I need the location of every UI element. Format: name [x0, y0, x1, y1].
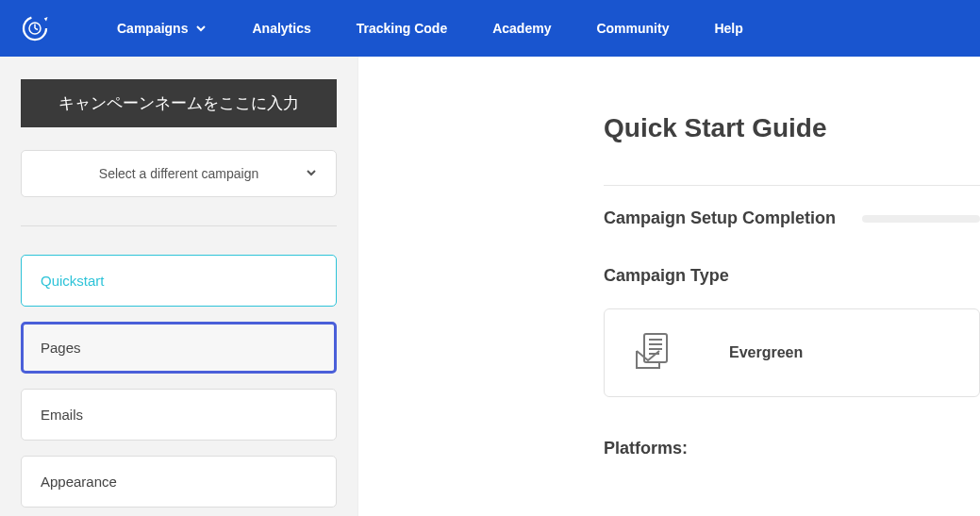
chevron-down-icon	[195, 23, 207, 34]
sidebar-divider	[21, 225, 337, 226]
nav-item-label: Campaigns	[117, 21, 188, 36]
nav-items: Campaigns Analytics Tracking Code Academ…	[94, 21, 766, 36]
sidebar-item-quickstart[interactable]: Quickstart	[21, 255, 337, 307]
nav-item-campaigns[interactable]: Campaigns	[94, 21, 229, 36]
campaign-type-value: Evergreen	[729, 344, 803, 361]
sidebar: キャンペーンネームをここに入力 Select a different campa…	[0, 57, 358, 516]
deadline-funnel-logo-icon	[21, 14, 49, 42]
sidebar-item-emails[interactable]: Emails	[21, 389, 337, 441]
sidebar-menu: Quickstart Pages Emails Appearance	[21, 255, 337, 508]
nav-item-help[interactable]: Help	[691, 21, 765, 36]
evergreen-icon	[631, 330, 676, 375]
nav-item-label: Help	[714, 21, 742, 36]
nav-item-label: Community	[596, 21, 669, 36]
campaign-type-card[interactable]: Evergreen	[604, 308, 980, 397]
nav-item-academy[interactable]: Academy	[470, 21, 573, 36]
sidebar-item-label: Emails	[41, 407, 83, 423]
horizontal-rule	[604, 185, 980, 186]
campaign-select-dropdown[interactable]: Select a different campaign	[21, 150, 337, 197]
svg-marker-4	[44, 17, 48, 22]
top-navigation: Campaigns Analytics Tracking Code Academ…	[0, 0, 980, 57]
sidebar-item-pages[interactable]: Pages	[21, 322, 337, 374]
campaign-setup-completion: Campaign Setup Completion	[604, 208, 980, 228]
sidebar-item-label: Quickstart	[41, 273, 105, 289]
svg-line-3	[35, 28, 38, 30]
nav-item-tracking-code[interactable]: Tracking Code	[334, 21, 470, 36]
completion-label: Campaign Setup Completion	[604, 208, 836, 228]
sidebar-item-label: Pages	[41, 340, 81, 356]
page-title: Quick Start Guide	[604, 113, 980, 143]
nav-item-analytics[interactable]: Analytics	[229, 21, 333, 36]
chevron-down-icon	[306, 165, 317, 182]
campaign-type-heading: Campaign Type	[604, 266, 980, 286]
campaign-select-label: Select a different campaign	[99, 166, 258, 181]
sidebar-item-label: Appearance	[41, 474, 117, 490]
completion-progress-bar	[862, 215, 980, 223]
main-content: Quick Start Guide Campaign Setup Complet…	[358, 57, 980, 516]
nav-item-label: Analytics	[252, 21, 310, 36]
sidebar-item-appearance[interactable]: Appearance	[21, 456, 337, 508]
platforms-heading: Platforms:	[604, 439, 980, 458]
brand-logo[interactable]	[11, 14, 94, 42]
nav-item-label: Academy	[492, 21, 551, 36]
nav-item-community[interactable]: Community	[573, 21, 691, 36]
nav-item-label: Tracking Code	[357, 21, 447, 36]
campaign-name-header[interactable]: キャンペーンネームをここに入力	[21, 79, 337, 127]
